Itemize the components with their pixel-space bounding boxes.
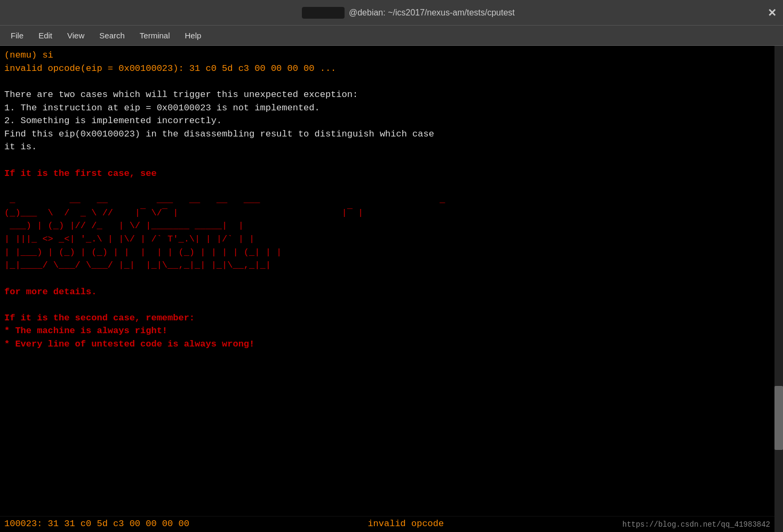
title-bar-title: @debian: ~/ics2017/nexus-am/tests/cputes… <box>349 8 515 18</box>
menu-view[interactable]: View <box>61 29 91 42</box>
title-bar: @debian: ~/ics2017/nexus-am/tests/cputes… <box>0 0 783 26</box>
menu-file[interactable]: File <box>4 29 30 42</box>
title-bar-center: @debian: ~/ics2017/nexus-am/tests/cputes… <box>49 7 768 19</box>
bottom-status: invalid opcode <box>367 518 444 531</box>
menu-help[interactable]: Help <box>179 29 208 42</box>
terminal-output: (nemu) si invalid opcode(eip = 0x0010002… <box>4 49 779 351</box>
menu-bar: File Edit View Search Terminal Help <box>0 26 783 46</box>
scrollbar-thumb[interactable] <box>774 386 783 450</box>
terminal-icon <box>302 7 345 19</box>
menu-terminal[interactable]: Terminal <box>133 29 177 42</box>
bottom-link: https://blog.csdn.net/qq_41983842 <box>622 519 770 530</box>
bottom-address: 100023: 31 31 c0 5d c3 00 00 00 00 <box>4 518 189 531</box>
menu-edit[interactable]: Edit <box>32 29 59 42</box>
close-button[interactable]: ✕ <box>768 6 777 19</box>
menu-search[interactable]: Search <box>93 29 131 42</box>
terminal-body: (nemu) si invalid opcode(eip = 0x0010002… <box>0 46 783 532</box>
scrollbar[interactable] <box>774 46 783 532</box>
bottom-status-bar: 100023: 31 31 c0 5d c3 00 00 00 00 inval… <box>0 516 774 532</box>
